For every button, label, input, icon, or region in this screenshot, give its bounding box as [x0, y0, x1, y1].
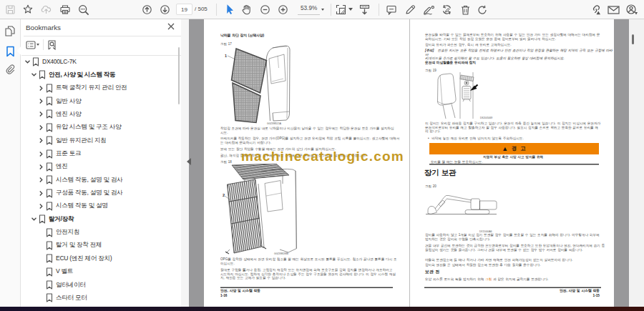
svg-text:1: 1	[225, 54, 227, 58]
svg-text:2: 2	[223, 193, 225, 197]
